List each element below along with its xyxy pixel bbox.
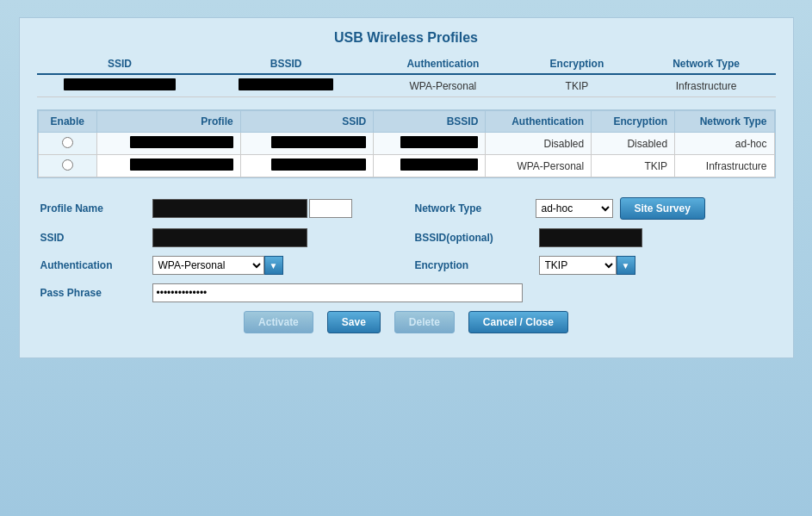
encryption-label: Encryption [415, 259, 536, 271]
site-survey-button[interactable]: Site Survey [620, 197, 705, 220]
form-col-enc: Encryption TKIP AES ▼ [406, 256, 772, 275]
profile-name-input-bar [152, 199, 307, 218]
profile-bssid-redacted-2 [400, 159, 478, 171]
form-section: Profile Name Network Type ad-hoc Infrast… [37, 190, 776, 340]
form-row-3: Authentication WPA-Personal WPA2-Persona… [40, 256, 772, 275]
profile-radio-2[interactable] [62, 159, 73, 171]
scanned-col-ssid: SSID [37, 54, 203, 74]
scanned-networks-table: SSID BSSID Authentication Encryption Net… [37, 54, 776, 97]
profile-enc-cell-2: TKIP [592, 155, 675, 177]
profile-col-enable: Enable [38, 111, 97, 133]
form-row-passphrase: Pass Phrase [40, 283, 772, 302]
profile-bssid-redacted-1 [400, 136, 478, 148]
auth-dropdown-arrow[interactable]: ▼ [264, 256, 283, 275]
scanned-row: WPA-Personal TKIP Infrastructure [37, 74, 776, 97]
bssid-optional-label: BSSID(optional) [415, 232, 536, 244]
profile-enable-cell-2[interactable] [38, 155, 97, 177]
profile-ssid-cell-1 [240, 133, 373, 155]
profile-bssid-cell-1 [374, 133, 486, 155]
profile-name-cell-1 [97, 133, 241, 155]
bssid-redacted [239, 78, 333, 90]
profile-enc-cell-1: Disabled [592, 133, 675, 155]
form-row-1: Profile Name Network Type ad-hoc Infrast… [40, 197, 772, 220]
form-col-profile-name: Profile Name [40, 199, 406, 218]
scanned-bssid-cell [203, 74, 369, 97]
profile-auth-cell-2: WPA-Personal [486, 155, 592, 177]
profile-radio-1[interactable] [62, 137, 73, 148]
ssid-label: SSID [40, 232, 152, 244]
profile-col-auth: Authentication [486, 111, 592, 133]
form-col-ssid: SSID [40, 228, 406, 247]
form-row-2: SSID BSSID(optional) [40, 228, 772, 247]
profile-ssid-redacted-1 [271, 136, 366, 148]
profile-ssid-redacted-2 [271, 159, 366, 171]
profile-col-enc: Encryption [592, 111, 675, 133]
table-row: Disabled Disabled ad-hoc [38, 133, 774, 155]
save-button[interactable]: Save [327, 311, 381, 333]
profile-name-suffix-input[interactable] [309, 199, 352, 218]
pass-phrase-label: Pass Phrase [40, 287, 152, 299]
network-type-label: Network Type [415, 202, 536, 214]
profile-nettype-cell-2: Infrastructure [675, 155, 774, 177]
profile-name-cell-2 [97, 155, 241, 177]
profile-col-ssid: SSID [240, 111, 373, 133]
form-buttons-row: Activate Save Delete Cancel / Close [40, 311, 772, 333]
activate-button[interactable]: Activate [244, 311, 313, 333]
encryption-select[interactable]: TKIP AES [539, 256, 617, 275]
table-row: WPA-Personal TKIP Infrastructure [38, 155, 774, 177]
page-title: USB Wireless Profiles [37, 30, 776, 46]
authentication-select[interactable]: WPA-Personal WPA2-Personal Disabled Open… [152, 256, 264, 275]
scanned-col-auth: Authentication [369, 54, 518, 74]
profile-enable-cell-1[interactable] [38, 133, 97, 155]
profile-name-redacted-2 [130, 159, 233, 171]
delete-button[interactable]: Delete [394, 311, 455, 333]
profile-ssid-cell-2 [240, 155, 373, 177]
cancel-close-button[interactable]: Cancel / Close [468, 311, 568, 333]
ssid-redacted [64, 78, 176, 90]
profile-name-redacted-1 [130, 136, 233, 148]
profile-col-bssid: BSSID [374, 111, 486, 133]
profile-section: Enable Profile SSID BSSID Authentication… [37, 109, 776, 178]
scanned-auth-cell: WPA-Personal [369, 74, 518, 97]
profile-name-label: Profile Name [40, 202, 152, 214]
scanned-col-nettype: Network Type [637, 54, 776, 74]
ssid-input-bar [152, 228, 307, 247]
scanned-enc-cell: TKIP [517, 74, 636, 97]
profile-auth-cell-1: Disabled [486, 133, 592, 155]
scanned-ssid-cell [37, 74, 203, 97]
authentication-label: Authentication [40, 259, 152, 271]
profile-col-nettype: Network Type [675, 111, 774, 133]
network-type-select-wrapper: ad-hoc Infrastructure [536, 199, 613, 218]
bssid-optional-input-bar [539, 228, 642, 247]
main-container: USB Wireless Profiles SSID BSSID Authent… [19, 17, 794, 358]
form-col-network-type: Network Type ad-hoc Infrastructure Site … [406, 197, 772, 220]
network-type-select[interactable]: ad-hoc Infrastructure [536, 199, 613, 218]
profile-col-profile: Profile [97, 111, 241, 133]
form-col-auth: Authentication WPA-Personal WPA2-Persona… [40, 256, 406, 275]
scanned-nettype-cell: Infrastructure [637, 74, 776, 97]
scanned-col-enc: Encryption [517, 54, 636, 74]
profile-bssid-cell-2 [374, 155, 486, 177]
scanned-col-bssid: BSSID [203, 54, 369, 74]
enc-dropdown-arrow[interactable]: ▼ [617, 256, 635, 275]
form-col-bssid-optional: BSSID(optional) [406, 228, 772, 247]
profile-nettype-cell-1: ad-hoc [675, 133, 774, 155]
pass-phrase-input[interactable] [152, 283, 523, 302]
profile-table: Enable Profile SSID BSSID Authentication… [38, 110, 775, 177]
